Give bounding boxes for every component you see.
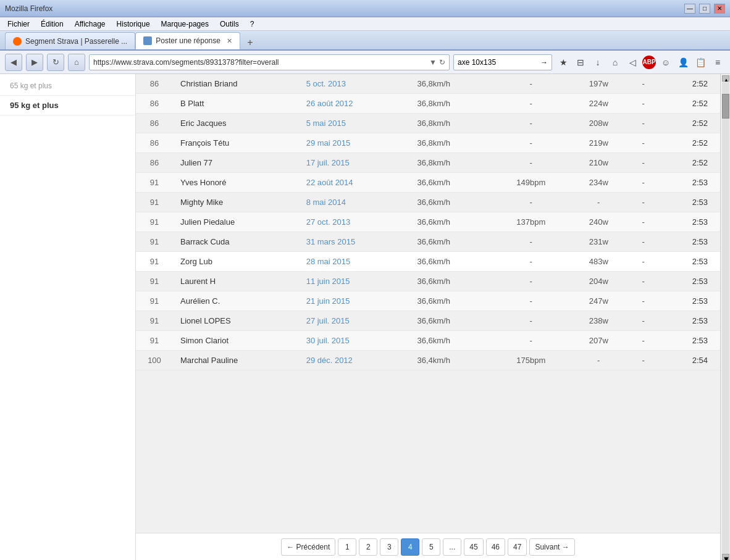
reload-button[interactable]: ↻ [47,54,64,71]
person-icon[interactable]: 👤 [676,55,690,70]
date-cell[interactable]: 29 mai 2015 [299,133,410,153]
next-page-button[interactable]: Suivant → [529,538,574,556]
name-cell: Lionel LOPES [173,311,299,331]
sidebar-item-95kg[interactable]: 95 kg et plus [0,96,135,115]
speed-cell: 36,6km/h [409,232,493,252]
page-4-button[interactable]: 4 [401,538,419,556]
speed-cell: 36,8km/h [409,94,493,114]
menu-edition[interactable]: Édition [36,19,69,30]
time-cell: 2:54 [658,351,720,370]
name-cell: Marchal Pauline [173,351,299,370]
nav-home-icon[interactable]: ⌂ [608,55,623,70]
time-cell: 2:52 [658,74,720,94]
watts-cell: 238w [569,311,628,331]
back-nav-icon[interactable]: ◁ [625,55,640,70]
date-cell[interactable]: 27 oct. 2013 [299,212,410,232]
download-icon[interactable]: ↓ [590,55,605,70]
scroll-up-button[interactable]: ▲ [722,75,729,81]
menu-fichier[interactable]: Fichier [2,19,35,30]
name-cell: Aurélien C. [173,291,299,311]
date-cell[interactable]: 21 juin 2015 [299,291,410,311]
tab-close-button[interactable]: ✕ [227,37,232,45]
date-cell[interactable]: 5 oct. 2013 [299,74,410,94]
menu-outils[interactable]: Outils [215,19,244,30]
url-bar[interactable]: https://www.strava.com/segments/8931378?… [89,54,450,70]
date-cell[interactable]: 30 juil. 2015 [299,331,410,351]
clipboard-icon[interactable]: 📋 [693,55,708,70]
minimize-button[interactable]: — [684,4,695,14]
sidebar-item-65kg[interactable]: 65 kg et plus [0,77,135,96]
watts-cell: - [569,351,628,370]
menu-historique[interactable]: Historique [112,19,155,30]
name-cell: Mighty Mike [173,193,299,212]
home-button[interactable]: ⌂ [68,54,85,71]
page-46-button[interactable]: 46 [486,538,505,556]
table-row: 91 Laurent H 11 juin 2015 36,6km/h - 204… [136,272,720,291]
page-47-button[interactable]: 47 [508,538,527,556]
menu-marques[interactable]: Marque-pages [156,19,214,30]
table-row: 91 Yves Honoré 22 août 2014 36,6km/h 149… [136,173,720,193]
scroll-thumb[interactable] [722,94,729,119]
close-button[interactable]: ✕ [714,4,725,14]
menu-help[interactable]: ? [245,19,259,30]
time-cell: 2:53 [658,193,720,212]
date-cell[interactable]: 5 mai 2015 [299,114,410,133]
speed-cell: 36,6km/h [409,212,493,232]
bookmark-list-icon[interactable]: ⊟ [573,55,588,70]
bpm-cell: - [493,133,569,153]
sidebar: 65 kg et plus 95 kg et plus [0,74,136,560]
tab-strava[interactable]: Segment Strava | Passerelle ... [5,32,135,49]
rank-cell: 100 [136,351,173,370]
page-45-button[interactable]: 45 [464,538,483,556]
back-button[interactable]: ◀ [5,54,22,71]
scrollbar[interactable]: ▲ ▼ [720,74,730,560]
table-row: 91 Barrack Cuda 31 mars 2015 36,6km/h - … [136,232,720,252]
page-5-button[interactable]: 5 [422,538,440,556]
time-cell: 2:53 [658,291,720,311]
date-cell[interactable]: 22 août 2014 [299,173,410,193]
name-cell: Yves Honoré [173,173,299,193]
forward-button[interactable]: ▶ [26,54,43,71]
rank-cell: 91 [136,272,173,291]
extra-cell: - [628,153,658,173]
date-cell[interactable]: 28 mai 2015 [299,252,410,272]
date-cell[interactable]: 29 déc. 2012 [299,351,410,370]
smiley-icon[interactable]: ☺ [658,55,673,70]
bpm-cell: - [493,252,569,272]
bpm-cell: - [493,311,569,331]
date-cell[interactable]: 11 juin 2015 [299,272,410,291]
rank-cell: 91 [136,331,173,351]
extra-cell: - [628,272,658,291]
time-cell: 2:52 [658,133,720,153]
bookmark-star-icon[interactable]: ★ [556,55,571,70]
menu-icon[interactable]: ≡ [710,55,725,70]
bpm-cell: 137bpm [493,212,569,232]
rank-cell: 86 [136,114,173,133]
menu-bar: Fichier Édition Affichage Historique Mar… [0,17,730,31]
title-bar-left: Mozilla Firefox [5,4,52,13]
maximize-button[interactable]: □ [699,4,710,14]
search-bar[interactable]: axe 10x135 → [453,54,552,70]
bpm-cell: - [493,153,569,173]
bpm-cell: 175bpm [493,351,569,370]
date-cell[interactable]: 17 juil. 2015 [299,153,410,173]
new-tab-button[interactable]: + [243,36,258,49]
date-cell[interactable]: 31 mars 2015 [299,232,410,252]
tab-forum[interactable]: Poster une réponse ✕ [135,32,240,49]
date-cell[interactable]: 8 mai 2014 [299,193,410,212]
rank-cell: 86 [136,94,173,114]
page-3-button[interactable]: 3 [380,538,398,556]
page-1-button[interactable]: 1 [338,538,356,556]
date-cell[interactable]: 27 juil. 2015 [299,311,410,331]
date-cell[interactable]: 26 août 2012 [299,94,410,114]
scroll-down-button[interactable]: ▼ [722,554,729,560]
menu-affichage[interactable]: Affichage [70,19,111,30]
prev-page-button[interactable]: ← Précédent [281,538,335,556]
extra-cell: - [628,331,658,351]
watts-cell: 207w [569,331,628,351]
title-bar: Mozilla Firefox — □ ✕ [0,0,730,17]
bpm-cell: - [493,291,569,311]
adblock-icon[interactable]: ABP [642,56,656,69]
page-2-button[interactable]: 2 [359,538,377,556]
rank-cell: 86 [136,133,173,153]
